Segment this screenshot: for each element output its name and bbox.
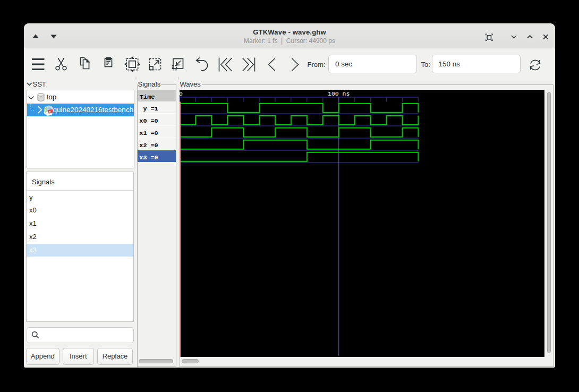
svg-text:0: 0 [180,90,183,97]
svg-text:100 ns: 100 ns [328,90,350,97]
